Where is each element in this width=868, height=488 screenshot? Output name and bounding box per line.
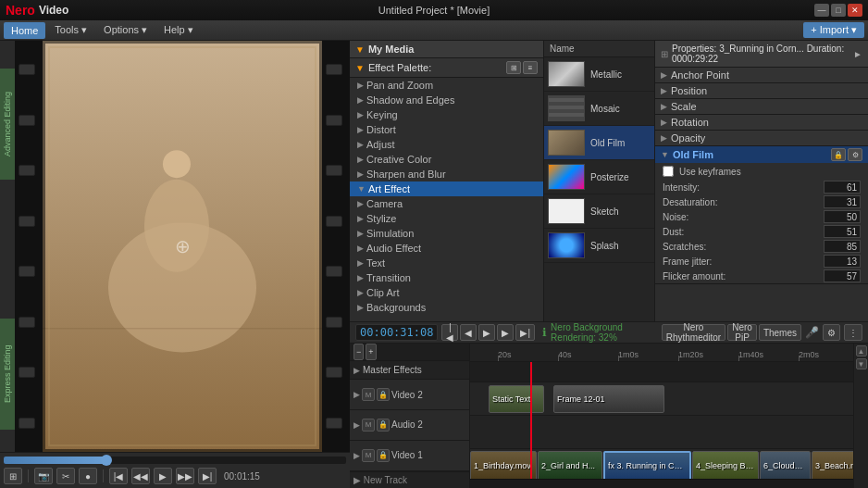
effect-thumb-mosaic[interactable]: Mosaic [544, 92, 654, 126]
tl-next[interactable]: ▶ [497, 324, 514, 341]
mic-icon[interactable]: 🎤 [805, 326, 819, 339]
help-menu-item[interactable]: Help ▾ [156, 22, 201, 38]
rotation-header[interactable]: ▶ Rotation [655, 115, 868, 130]
new-track-button[interactable]: ▶ New Track [353, 475, 407, 485]
effect-cat-creative-color[interactable]: ▶ Creative Color [350, 152, 543, 167]
tl-prev[interactable]: ◀ [460, 324, 477, 341]
effect-cat-simulation[interactable]: ▶ Simulation [350, 226, 543, 241]
oldfilm-lock-icon[interactable]: 🔒 [831, 148, 846, 161]
use-keyframes-checkbox[interactable] [663, 166, 674, 177]
tl-more-icon[interactable]: ⋮ [844, 324, 862, 341]
properties-expand-button[interactable]: ► [853, 49, 862, 59]
v1-expand[interactable]: ▶ [353, 451, 360, 460]
tab-themes[interactable]: Themes [759, 324, 801, 341]
effect-cat-shadow[interactable]: ▶ Shadow and Edges [350, 93, 543, 107]
express-editing-tab[interactable]: Express Editing [0, 319, 15, 430]
clip-clouds[interactable]: 6_Clouds.mov [760, 451, 811, 479]
v2-mute-btn[interactable]: M [362, 388, 375, 401]
flicker-input[interactable] [824, 269, 861, 282]
progress-handle[interactable] [101, 455, 112, 466]
position-header[interactable]: ▶ Position [655, 83, 868, 98]
trim-button[interactable]: ✂ [56, 468, 75, 484]
effect-thumb-splash[interactable]: Splash [544, 229, 654, 263]
oldfilm-section-header[interactable]: ▼ Old Film 🔒 ⚙ [655, 146, 868, 163]
side-up-btn[interactable]: ▲ [856, 345, 867, 357]
v2-expand[interactable]: ▶ [353, 390, 360, 399]
scale-header[interactable]: ▶ Scale [655, 99, 868, 114]
properties-header: ⊞ Properties: 3_Running in Corn... Durat… [655, 41, 868, 68]
scratches-input[interactable] [824, 240, 861, 253]
tab-rhythmeditor[interactable]: Nero Rhythmeditor [662, 324, 725, 341]
skip-end-button[interactable]: ▶| [198, 468, 217, 484]
options-menu-item[interactable]: Options ▾ [96, 22, 155, 38]
anchor-point-header[interactable]: ▶ Anchor Point [655, 68, 868, 82]
effect-cat-text[interactable]: ▶ Text [350, 256, 543, 270]
maximize-button[interactable]: □ [831, 4, 846, 17]
play-pause-button[interactable]: ▶ [154, 468, 172, 484]
ep-icon-list[interactable]: ≡ [523, 61, 538, 74]
desaturation-input[interactable] [824, 195, 861, 208]
a2-lock-btn[interactable]: 🔒 [377, 419, 390, 432]
effect-thumb-metallic[interactable]: Metallic [544, 57, 654, 92]
clip-running[interactable]: fx 3. Running in Cornfield.mov [603, 451, 691, 479]
v1-mute-btn[interactable]: M [362, 449, 375, 462]
ep-icon-grid[interactable]: ⊞ [506, 61, 521, 74]
import-button[interactable]: + Import ▾ [803, 22, 864, 38]
effect-cat-stylize[interactable]: ▶ Stylize [350, 211, 543, 226]
effect-cat-clipart[interactable]: ▶ Clip Art [350, 285, 543, 300]
side-down-btn[interactable]: ▼ [856, 358, 867, 369]
close-button[interactable]: ✕ [848, 4, 862, 17]
a2-mute-btn[interactable]: M [362, 419, 375, 432]
effect-cat-keying[interactable]: ▶ Keying [350, 107, 543, 122]
prev-frame-button[interactable]: ◀◀ [131, 468, 150, 484]
oldfilm-settings-icon[interactable]: ⚙ [848, 148, 862, 161]
clip-girl[interactable]: 2_Girl and H... [538, 451, 602, 479]
effect-thumb-posterize[interactable]: Posterize [544, 160, 654, 194]
progress-bar[interactable] [4, 457, 346, 464]
noise-input[interactable] [824, 210, 861, 223]
effect-thumb-oldfilm[interactable]: Old Film [544, 126, 654, 160]
clip-beach[interactable]: 3_Beach.n [812, 451, 853, 479]
master-expand[interactable]: ▶ [353, 366, 360, 375]
effect-cat-art-effect[interactable]: ▼ Art Effect [350, 181, 543, 196]
effect-cat-camera[interactable]: ▶ Camera [350, 196, 543, 211]
intensity-input[interactable] [824, 181, 861, 194]
clip-frame[interactable]: Frame 12-01 [553, 385, 664, 413]
dust-input[interactable] [824, 225, 861, 238]
display-options-button[interactable]: ⊞ [4, 468, 22, 484]
prop-section-position: ▶ Position [655, 83, 868, 99]
snapshot-button[interactable]: 📷 [34, 468, 53, 484]
effect-cat-adjust[interactable]: ▶ Adjust [350, 137, 543, 152]
frame-jitter-input[interactable] [824, 255, 861, 268]
effect-cat-sharpen[interactable]: ▶ Sharpen and Blur [350, 167, 543, 181]
zoom-in-btn[interactable]: + [366, 344, 376, 360]
tl-skip-start[interactable]: |◀ [441, 324, 458, 341]
effect-cat-transition[interactable]: ▶ Transition [350, 270, 543, 285]
next-frame-button[interactable]: ▶▶ [176, 468, 194, 484]
effect-cat-backgrounds[interactable]: ▶ Backgrounds [350, 300, 543, 315]
clip-birthday[interactable]: 1_Birthday.mov [470, 451, 537, 479]
tab-pip[interactable]: Nero PiP [727, 324, 757, 341]
timeline-scrollbar[interactable] [470, 479, 853, 488]
tl-settings-icon[interactable]: ⚙ [823, 324, 840, 341]
v2-lock-btn[interactable]: 🔒 [377, 388, 390, 401]
minimize-button[interactable]: — [814, 4, 829, 17]
advanced-editing-tab[interactable]: Advanced Editing [0, 69, 15, 180]
effect-thumb-sketch[interactable]: Sketch [544, 194, 654, 229]
tl-skip-end[interactable]: ▶| [515, 324, 535, 341]
clip-static-text[interactable]: Static Text [489, 385, 544, 413]
record-button[interactable]: ● [79, 468, 97, 484]
home-menu-button[interactable]: Home [4, 22, 45, 39]
film-hole [19, 367, 35, 378]
effect-cat-pan-zoom[interactable]: ▶ Pan and Zoom [350, 78, 543, 93]
skip-start-button[interactable]: |◀ [109, 468, 128, 484]
effect-cat-distort[interactable]: ▶ Distort [350, 122, 543, 137]
a2-expand[interactable]: ▶ [353, 420, 360, 430]
zoom-out-btn[interactable]: − [353, 344, 364, 360]
v1-lock-btn[interactable]: 🔒 [377, 449, 390, 462]
tools-menu-item[interactable]: Tools ▾ [47, 22, 94, 38]
effect-cat-audio[interactable]: ▶ Audio Effect [350, 241, 543, 256]
opacity-header[interactable]: ▶ Opacity [655, 131, 868, 145]
clip-sleeping[interactable]: 4_Sleeping Baby.# [692, 451, 759, 479]
tl-play[interactable]: ▶ [478, 324, 495, 341]
